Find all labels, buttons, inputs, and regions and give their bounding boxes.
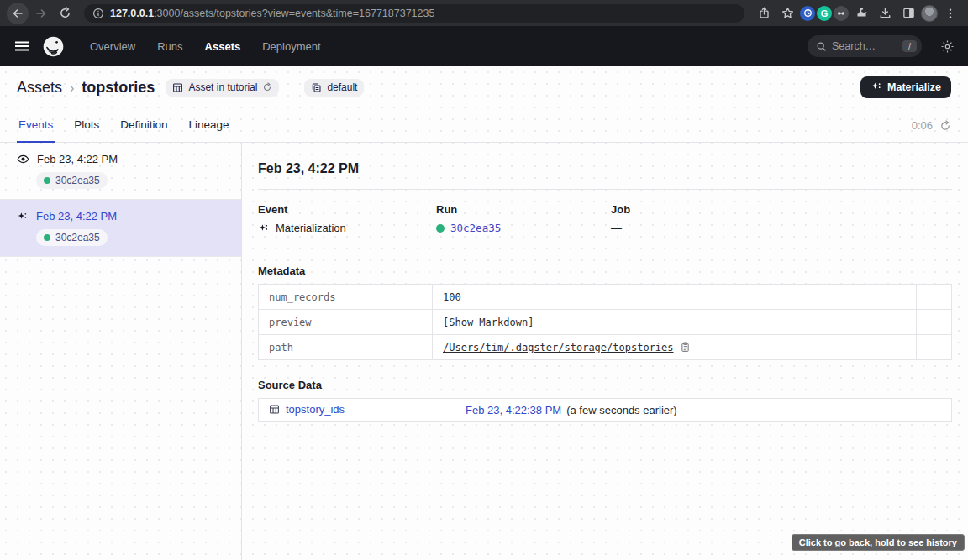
- event-time-row: Feb 23, 4:22 PM: [17, 153, 221, 165]
- extension-grammarly-icon[interactable]: G: [817, 6, 832, 21]
- source-asset-name: topstory_ids: [286, 403, 345, 416]
- event-type-label: Materialization: [276, 222, 346, 234]
- extension-clock-icon[interactable]: [800, 6, 815, 21]
- table-row: path /Users/tim/.dagster/storage/topstor…: [259, 335, 952, 360]
- page: Assets›topstories Asset in tutorial defa…: [0, 66, 968, 560]
- group-label: default: [327, 81, 357, 93]
- settings-gear-button[interactable]: [940, 39, 955, 54]
- search-icon: [816, 41, 827, 52]
- site-info-icon[interactable]: [92, 8, 104, 19]
- event-time-row: Feb 23, 4:22 PM: [17, 210, 221, 222]
- job-column-label: Job: [611, 203, 952, 216]
- side-panel-button[interactable]: [897, 3, 919, 24]
- extensions-button[interactable]: [850, 3, 872, 24]
- materialize-label: Materialize: [887, 81, 941, 93]
- divider: [258, 189, 952, 190]
- back-arrow-icon: [11, 7, 24, 20]
- run-id-chip[interactable]: 30c2ea35: [36, 172, 108, 189]
- browser-menu-button[interactable]: [939, 3, 961, 24]
- share-icon: [758, 7, 771, 19]
- nav-item-overview[interactable]: Overview: [90, 40, 135, 53]
- event-list-item-observation[interactable]: Feb 23, 4:22 PM 30c2ea35: [0, 143, 241, 200]
- url-bar[interactable]: 127.0.0.1:3000/assets/topstories?view=ev…: [84, 4, 744, 23]
- metadata-extra-cell: [917, 310, 952, 335]
- copy-stack-icon: [311, 82, 322, 93]
- kebab-menu-icon: [944, 8, 956, 19]
- content-row: Feb 23, 4:22 PM 30c2ea35 Feb 23, 4:22 PM: [0, 143, 968, 560]
- metadata-heading: Metadata: [258, 264, 952, 277]
- code-location-badge[interactable]: Asset in tutorial: [166, 79, 279, 97]
- reload-location-icon[interactable]: [262, 82, 272, 92]
- goggles-icon: [836, 8, 846, 18]
- reload-button[interactable]: [54, 3, 76, 24]
- screen: 127.0.0.1:3000/assets/topstories?view=ev…: [0, 0, 968, 560]
- copy-path-button[interactable]: [680, 342, 691, 353]
- nav-item-runs[interactable]: Runs: [157, 40, 182, 53]
- downloads-button[interactable]: [874, 3, 896, 24]
- run-status-dot: [44, 234, 50, 241]
- run-status-dot: [44, 177, 50, 184]
- url-path: :3000/assets/topstories?view=events&time…: [154, 8, 434, 19]
- source-data-heading: Source Data: [258, 379, 952, 391]
- download-icon: [879, 7, 892, 19]
- metadata-table: num_records 100 preview [Show Markdown] …: [258, 284, 952, 360]
- materialize-button[interactable]: Materialize: [860, 76, 951, 98]
- tab-events[interactable]: Events: [17, 118, 55, 143]
- global-search[interactable]: /: [808, 35, 922, 57]
- tab-definition[interactable]: Definition: [118, 118, 169, 143]
- browser-toolbar: 127.0.0.1:3000/assets/topstories?view=ev…: [0, 0, 968, 26]
- search-input[interactable]: [832, 40, 897, 52]
- breadcrumb-assets-link[interactable]: Assets: [17, 79, 62, 96]
- event-column-label: Event: [258, 203, 436, 216]
- puzzle-icon: [855, 7, 868, 19]
- run-id-link[interactable]: 30c2ea35: [450, 222, 501, 234]
- path-link[interactable]: /Users/tim/.dagster/storage/topstories: [443, 342, 674, 353]
- run-column-label: Run: [436, 203, 611, 216]
- job-column: Job —: [611, 203, 952, 234]
- event-detail-pane: Feb 23, 4:22 PM Event Materialization: [242, 143, 968, 560]
- metadata-extra-cell: [917, 335, 952, 360]
- clipboard-icon: [680, 342, 691, 353]
- table-row: num_records 100: [259, 285, 952, 310]
- bookmark-button[interactable]: [776, 3, 798, 24]
- tabs-row: Events Plots Definition Lineage 0:06: [0, 108, 968, 143]
- breadcrumb: Assets›topstories: [17, 79, 155, 97]
- back-button[interactable]: [7, 3, 29, 24]
- back-button-tooltip: Click to go back, hold to see history: [792, 534, 965, 551]
- nav-menu-button[interactable]: [13, 38, 30, 55]
- table-icon: [269, 404, 280, 415]
- refresh-timer: 0:06: [912, 119, 951, 142]
- page-title: topstories: [82, 79, 155, 96]
- share-button[interactable]: [753, 3, 775, 24]
- source-data-table: topstory_ids Feb 23, 4:22:38 PM(a few se…: [258, 398, 952, 422]
- dagster-logo[interactable]: [42, 35, 65, 58]
- source-timestamp-link[interactable]: Feb 23, 4:22:38 PM: [466, 404, 561, 416]
- grammarly-g: G: [821, 8, 829, 18]
- table-icon: [172, 82, 183, 93]
- forward-arrow-icon: [34, 7, 48, 20]
- event-list-sidebar: Feb 23, 4:22 PM 30c2ea35 Feb 23, 4:22 PM: [0, 143, 242, 560]
- event-detail-title: Feb 23, 4:22 PM: [258, 161, 952, 176]
- bracket-close: ]: [528, 317, 534, 328]
- nav-item-deployment[interactable]: Deployment: [262, 40, 320, 53]
- refresh-button[interactable]: [939, 120, 951, 132]
- event-column: Event Materialization: [258, 203, 436, 234]
- run-id-chip[interactable]: 30c2ea35: [36, 229, 108, 246]
- tab-lineage[interactable]: Lineage: [187, 118, 231, 143]
- forward-button[interactable]: [30, 3, 52, 24]
- run-id-label: 30c2ea35: [55, 232, 100, 243]
- tab-plots[interactable]: Plots: [72, 118, 101, 143]
- metadata-key: path: [259, 335, 433, 360]
- event-list-item-materialization[interactable]: Feb 23, 4:22 PM 30c2ea35: [0, 200, 241, 257]
- show-markdown-link[interactable]: Show Markdown: [449, 317, 528, 328]
- run-column: Run 30c2ea35: [436, 203, 611, 234]
- source-asset-link[interactable]: topstory_ids: [269, 403, 345, 416]
- sparkle-icon: [871, 81, 882, 93]
- extension-goggles-icon[interactable]: [834, 6, 849, 21]
- table-row: preview [Show Markdown]: [259, 310, 952, 335]
- code-location-label: Asset in tutorial: [188, 81, 257, 93]
- group-badge[interactable]: default: [304, 79, 364, 97]
- browser-profile-avatar[interactable]: [921, 5, 938, 22]
- nav-item-assets[interactable]: Assets: [205, 40, 241, 53]
- job-empty-value: —: [611, 222, 622, 234]
